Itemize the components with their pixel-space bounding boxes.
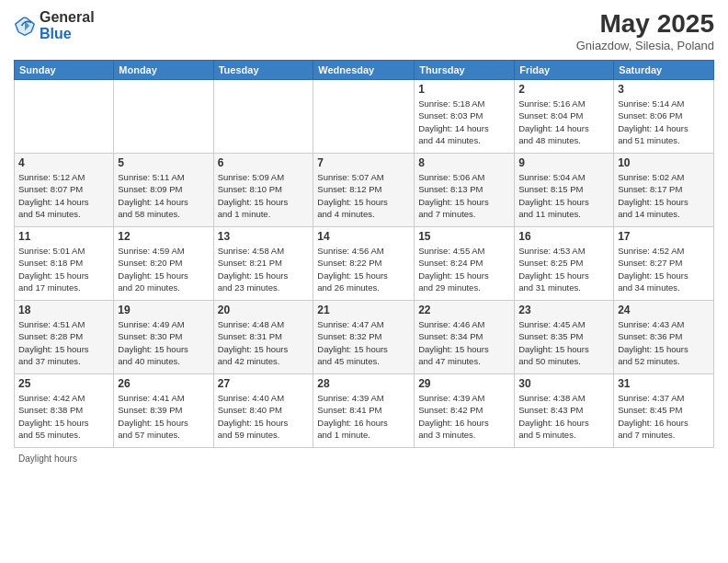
day-info: Sunrise: 5:04 AM Sunset: 8:15 PM Dayligh… <box>518 171 609 220</box>
calendar-cell: 30Sunrise: 4:38 AM Sunset: 8:43 PM Dayli… <box>515 374 614 448</box>
day-info: Sunrise: 5:06 AM Sunset: 8:13 PM Dayligh… <box>418 171 510 220</box>
day-info: Sunrise: 5:01 AM Sunset: 8:18 PM Dayligh… <box>18 245 109 293</box>
day-number: 28 <box>317 377 410 390</box>
day-info: Sunrise: 4:39 AM Sunset: 8:41 PM Dayligh… <box>317 392 410 441</box>
location: Gniazdow, Silesia, Poland <box>576 39 714 52</box>
day-number: 18 <box>18 304 109 316</box>
day-info: Sunrise: 5:18 AM Sunset: 8:03 PM Dayligh… <box>418 98 510 146</box>
day-number: 21 <box>317 304 410 316</box>
calendar-cell: 20Sunrise: 4:48 AM Sunset: 8:31 PM Dayli… <box>213 301 313 374</box>
calendar-cell: 18Sunrise: 4:51 AM Sunset: 8:28 PM Dayli… <box>15 301 114 374</box>
calendar-cell <box>313 80 415 154</box>
day-number: 31 <box>618 377 710 390</box>
calendar-cell: 23Sunrise: 4:45 AM Sunset: 8:35 PM Dayli… <box>515 301 614 374</box>
day-number: 2 <box>518 83 609 96</box>
calendar-cell: 9Sunrise: 5:04 AM Sunset: 8:15 PM Daylig… <box>515 154 614 227</box>
day-number: 12 <box>118 230 209 243</box>
calendar-cell: 11Sunrise: 5:01 AM Sunset: 8:18 PM Dayli… <box>15 227 114 301</box>
calendar-table: SundayMondayTuesdayWednesdayThursdayFrid… <box>14 60 714 448</box>
calendar-week-5: 25Sunrise: 4:42 AM Sunset: 8:38 PM Dayli… <box>15 374 714 448</box>
day-number: 4 <box>18 156 109 169</box>
day-info: Sunrise: 5:09 AM Sunset: 8:10 PM Dayligh… <box>218 171 310 220</box>
day-number: 9 <box>518 156 609 169</box>
day-info: Sunrise: 4:46 AM Sunset: 8:34 PM Dayligh… <box>418 318 510 367</box>
calendar-cell <box>114 80 213 154</box>
calendar-cell: 12Sunrise: 4:59 AM Sunset: 8:20 PM Dayli… <box>114 227 213 301</box>
calendar-cell: 6Sunrise: 5:09 AM Sunset: 8:10 PM Daylig… <box>213 154 313 227</box>
weekday-header-monday: Monday <box>114 61 213 80</box>
calendar-cell <box>15 80 114 154</box>
calendar-cell: 5Sunrise: 5:11 AM Sunset: 8:09 PM Daylig… <box>114 154 213 227</box>
calendar-cell: 1Sunrise: 5:18 AM Sunset: 8:03 PM Daylig… <box>415 80 515 154</box>
day-info: Sunrise: 5:12 AM Sunset: 8:07 PM Dayligh… <box>18 171 109 220</box>
day-info: Sunrise: 5:02 AM Sunset: 8:17 PM Dayligh… <box>618 171 710 220</box>
calendar-cell: 3Sunrise: 5:14 AM Sunset: 8:06 PM Daylig… <box>614 80 714 154</box>
logo-text: General Blue <box>40 9 95 41</box>
month-title: May 2025 <box>576 9 714 39</box>
calendar-week-3: 11Sunrise: 5:01 AM Sunset: 8:18 PM Dayli… <box>15 227 714 301</box>
calendar-cell: 8Sunrise: 5:06 AM Sunset: 8:13 PM Daylig… <box>415 154 515 227</box>
day-info: Sunrise: 4:40 AM Sunset: 8:40 PM Dayligh… <box>218 392 310 441</box>
calendar-cell: 2Sunrise: 5:16 AM Sunset: 8:04 PM Daylig… <box>515 80 614 154</box>
logo: General Blue <box>14 9 95 41</box>
day-number: 16 <box>518 230 609 243</box>
calendar-cell: 27Sunrise: 4:40 AM Sunset: 8:40 PM Dayli… <box>213 374 313 448</box>
calendar-cell: 17Sunrise: 4:52 AM Sunset: 8:27 PM Dayli… <box>614 227 714 301</box>
day-number: 24 <box>618 304 710 316</box>
calendar-cell: 19Sunrise: 4:49 AM Sunset: 8:30 PM Dayli… <box>114 301 213 374</box>
day-number: 30 <box>518 377 609 390</box>
day-info: Sunrise: 5:07 AM Sunset: 8:12 PM Dayligh… <box>317 171 410 220</box>
day-info: Sunrise: 4:56 AM Sunset: 8:22 PM Dayligh… <box>317 245 410 293</box>
weekday-header-row: SundayMondayTuesdayWednesdayThursdayFrid… <box>15 61 714 80</box>
title-block: May 2025 Gniazdow, Silesia, Poland <box>576 9 714 52</box>
footer: Daylight hours <box>14 454 714 464</box>
calendar-cell: 26Sunrise: 4:41 AM Sunset: 8:39 PM Dayli… <box>114 374 213 448</box>
calendar-cell: 4Sunrise: 5:12 AM Sunset: 8:07 PM Daylig… <box>15 154 114 227</box>
calendar-cell <box>213 80 313 154</box>
calendar-cell: 14Sunrise: 4:56 AM Sunset: 8:22 PM Dayli… <box>313 227 415 301</box>
day-info: Sunrise: 4:39 AM Sunset: 8:42 PM Dayligh… <box>418 392 510 441</box>
weekday-header-tuesday: Tuesday <box>213 61 313 80</box>
day-number: 7 <box>317 156 410 169</box>
day-info: Sunrise: 4:55 AM Sunset: 8:24 PM Dayligh… <box>418 245 510 293</box>
calendar-cell: 22Sunrise: 4:46 AM Sunset: 8:34 PM Dayli… <box>415 301 515 374</box>
day-number: 15 <box>418 230 510 243</box>
day-number: 25 <box>18 377 109 390</box>
calendar-week-2: 4Sunrise: 5:12 AM Sunset: 8:07 PM Daylig… <box>15 154 714 227</box>
day-info: Sunrise: 4:42 AM Sunset: 8:38 PM Dayligh… <box>18 392 109 441</box>
day-info: Sunrise: 5:16 AM Sunset: 8:04 PM Dayligh… <box>518 98 609 146</box>
day-number: 11 <box>18 230 109 243</box>
daylight-label: Daylight hours <box>18 454 77 464</box>
weekday-header-friday: Friday <box>515 61 614 80</box>
day-info: Sunrise: 4:51 AM Sunset: 8:28 PM Dayligh… <box>18 318 109 367</box>
day-info: Sunrise: 4:52 AM Sunset: 8:27 PM Dayligh… <box>618 245 710 293</box>
day-number: 26 <box>118 377 209 390</box>
calendar-week-1: 1Sunrise: 5:18 AM Sunset: 8:03 PM Daylig… <box>15 80 714 154</box>
day-number: 5 <box>118 156 209 169</box>
day-info: Sunrise: 4:53 AM Sunset: 8:25 PM Dayligh… <box>518 245 609 293</box>
day-info: Sunrise: 4:43 AM Sunset: 8:36 PM Dayligh… <box>618 318 710 367</box>
day-info: Sunrise: 4:59 AM Sunset: 8:20 PM Dayligh… <box>118 245 209 293</box>
day-info: Sunrise: 4:38 AM Sunset: 8:43 PM Dayligh… <box>518 392 609 441</box>
calendar-cell: 31Sunrise: 4:37 AM Sunset: 8:45 PM Dayli… <box>614 374 714 448</box>
page: General Blue May 2025 Gniazdow, Silesia,… <box>0 0 728 563</box>
logo-blue: Blue <box>40 26 72 41</box>
day-number: 23 <box>518 304 609 316</box>
calendar-cell: 24Sunrise: 4:43 AM Sunset: 8:36 PM Dayli… <box>614 301 714 374</box>
day-info: Sunrise: 4:49 AM Sunset: 8:30 PM Dayligh… <box>118 318 209 367</box>
day-number: 8 <box>418 156 510 169</box>
day-number: 22 <box>418 304 510 316</box>
day-number: 3 <box>618 83 710 96</box>
day-number: 20 <box>218 304 310 316</box>
day-number: 13 <box>218 230 310 243</box>
header: General Blue May 2025 Gniazdow, Silesia,… <box>14 9 714 52</box>
day-info: Sunrise: 5:11 AM Sunset: 8:09 PM Dayligh… <box>118 171 209 220</box>
calendar-cell: 10Sunrise: 5:02 AM Sunset: 8:17 PM Dayli… <box>614 154 714 227</box>
calendar-cell: 25Sunrise: 4:42 AM Sunset: 8:38 PM Dayli… <box>15 374 114 448</box>
day-info: Sunrise: 4:47 AM Sunset: 8:32 PM Dayligh… <box>317 318 410 367</box>
calendar-cell: 29Sunrise: 4:39 AM Sunset: 8:42 PM Dayli… <box>415 374 515 448</box>
weekday-header-wednesday: Wednesday <box>313 61 415 80</box>
calendar-week-4: 18Sunrise: 4:51 AM Sunset: 8:28 PM Dayli… <box>15 301 714 374</box>
calendar-cell: 13Sunrise: 4:58 AM Sunset: 8:21 PM Dayli… <box>213 227 313 301</box>
day-number: 1 <box>418 83 510 96</box>
